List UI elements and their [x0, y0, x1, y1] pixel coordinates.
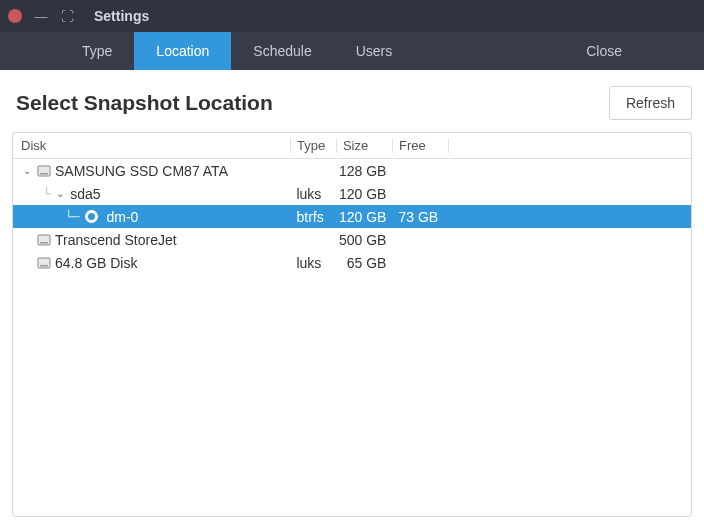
- table-row[interactable]: ⌄ Transcend StoreJet 500 GB: [13, 228, 691, 251]
- svg-rect-1: [40, 173, 48, 175]
- disk-type: btrfs: [290, 209, 336, 225]
- refresh-button[interactable]: Refresh: [609, 86, 692, 120]
- table-row[interactable]: ⌄ SAMSUNG SSD CM87 ATA 128 GB: [13, 159, 691, 182]
- disk-icon: [37, 256, 51, 270]
- disk-type: luks: [290, 255, 336, 271]
- disk-size: 120 GB: [336, 186, 392, 202]
- window-title: Settings: [94, 8, 149, 24]
- close-window-button[interactable]: [8, 9, 22, 23]
- content-area: Select Snapshot Location Refresh Disk Ty…: [0, 70, 704, 529]
- partition-name: sda5: [70, 186, 100, 202]
- disk-icon: [37, 164, 51, 178]
- table-row[interactable]: └ ⌄ sda5 luks 120 GB: [13, 182, 691, 205]
- table-row[interactable]: └─ dm-0 btrfs 120 GB 73 GB: [13, 205, 691, 228]
- disk-size: 120 GB: [336, 209, 392, 225]
- tree-line-icon: └: [43, 187, 50, 201]
- page-title: Select Snapshot Location: [16, 91, 273, 115]
- tab-type[interactable]: Type: [60, 32, 134, 70]
- chevron-down-icon[interactable]: ⌄: [21, 165, 33, 176]
- disk-size: 128 GB: [336, 163, 392, 179]
- maximize-window-button[interactable]: ⛶: [60, 9, 74, 23]
- column-disk[interactable]: Disk: [13, 138, 291, 153]
- tab-location[interactable]: Location: [134, 32, 231, 70]
- tab-schedule[interactable]: Schedule: [231, 32, 333, 70]
- disk-icon: [37, 233, 51, 247]
- disk-type: luks: [290, 186, 336, 202]
- tree-line-icon: └─: [65, 210, 79, 224]
- svg-rect-5: [40, 265, 48, 267]
- disk-name: 64.8 GB Disk: [55, 255, 137, 271]
- table-header: Disk Type Size Free: [13, 133, 691, 159]
- radio-selected-icon[interactable]: [85, 210, 98, 223]
- column-size[interactable]: Size: [337, 138, 393, 153]
- titlebar: — ⛶ Settings: [0, 0, 704, 32]
- chevron-down-icon[interactable]: ⌄: [54, 188, 66, 199]
- minimize-window-button[interactable]: —: [34, 9, 48, 23]
- column-free[interactable]: Free: [393, 138, 449, 153]
- column-type[interactable]: Type: [291, 138, 337, 153]
- tab-users[interactable]: Users: [334, 32, 415, 70]
- tab-close[interactable]: Close: [564, 32, 644, 70]
- svg-rect-3: [40, 242, 48, 244]
- disk-name: SAMSUNG SSD CM87 ATA: [55, 163, 228, 179]
- disk-free: 73 GB: [392, 209, 448, 225]
- disk-size: 65 GB: [336, 255, 392, 271]
- disk-name: Transcend StoreJet: [55, 232, 177, 248]
- disk-table: Disk Type Size Free ⌄ SAMSUNG SSD CM87 A…: [12, 132, 692, 517]
- tab-bar: Type Location Schedule Users Close: [0, 32, 704, 70]
- table-row[interactable]: ⌄ 64.8 GB Disk luks 65 GB: [13, 251, 691, 274]
- volume-name: dm-0: [106, 209, 138, 225]
- disk-size: 500 GB: [336, 232, 392, 248]
